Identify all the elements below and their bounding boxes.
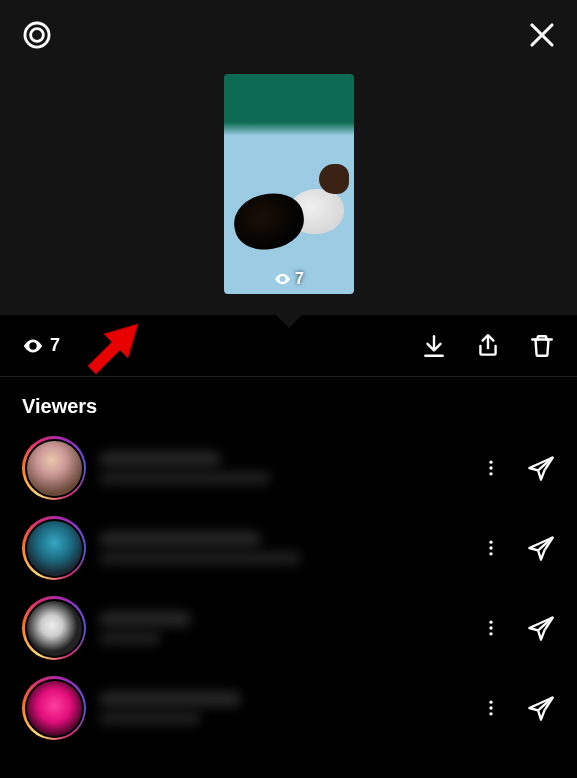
viewer-info xyxy=(100,452,467,484)
viewer-info xyxy=(100,612,467,644)
more-vertical-icon xyxy=(481,458,501,478)
preview-pointer-notch xyxy=(275,314,303,328)
avatar-story-ring[interactable] xyxy=(22,596,86,660)
avatar xyxy=(25,519,84,578)
settings-button[interactable] xyxy=(20,18,54,52)
share-button[interactable] xyxy=(475,333,501,359)
viewer-username xyxy=(100,532,260,546)
view-count[interactable]: 7 xyxy=(22,335,60,357)
thumbnail-view-count-value: 7 xyxy=(295,270,304,288)
viewer-username xyxy=(100,452,220,466)
more-vertical-icon xyxy=(481,618,501,638)
viewer-displayname xyxy=(100,552,300,564)
avatar xyxy=(25,599,84,658)
viewer-row[interactable] xyxy=(0,588,577,668)
delete-button[interactable] xyxy=(529,333,555,359)
eye-icon xyxy=(273,270,291,288)
svg-point-9 xyxy=(489,466,492,469)
view-count-value: 7 xyxy=(50,335,60,356)
more-options-button[interactable] xyxy=(481,538,501,558)
send-message-button[interactable] xyxy=(527,454,555,482)
svg-point-18 xyxy=(489,632,492,635)
eye-icon xyxy=(22,335,44,357)
download-icon xyxy=(421,333,447,359)
svg-point-20 xyxy=(489,701,492,704)
avatar-story-ring[interactable] xyxy=(22,436,86,500)
svg-point-12 xyxy=(489,541,492,544)
viewer-row[interactable] xyxy=(0,428,577,508)
send-icon xyxy=(527,534,555,562)
svg-point-0 xyxy=(25,23,49,47)
svg-point-17 xyxy=(489,626,492,629)
send-message-button[interactable] xyxy=(527,694,555,722)
story-image-content xyxy=(234,144,344,274)
viewer-displayname xyxy=(100,472,270,484)
action-icons xyxy=(421,333,555,359)
svg-point-10 xyxy=(489,472,492,475)
avatar-story-ring[interactable] xyxy=(22,516,86,580)
more-options-button[interactable] xyxy=(481,618,501,638)
svg-point-21 xyxy=(489,706,492,709)
top-bar xyxy=(0,0,577,70)
viewer-row[interactable] xyxy=(0,508,577,588)
story-preview-area: 7 xyxy=(0,0,577,315)
send-message-button[interactable] xyxy=(527,614,555,642)
svg-point-1 xyxy=(31,29,44,42)
avatar xyxy=(25,679,84,738)
viewer-username xyxy=(100,692,240,706)
viewer-info xyxy=(100,692,467,724)
send-message-button[interactable] xyxy=(527,534,555,562)
close-button[interactable] xyxy=(527,20,557,50)
send-icon xyxy=(527,454,555,482)
viewer-displayname xyxy=(100,632,160,644)
story-thumbnail[interactable]: 7 xyxy=(224,74,354,294)
send-icon xyxy=(527,694,555,722)
more-options-button[interactable] xyxy=(481,698,501,718)
svg-point-13 xyxy=(489,546,492,549)
more-vertical-icon xyxy=(481,538,501,558)
send-icon xyxy=(527,614,555,642)
svg-point-14 xyxy=(489,552,492,555)
viewer-row[interactable] xyxy=(0,668,577,748)
svg-point-8 xyxy=(489,461,492,464)
more-options-button[interactable] xyxy=(481,458,501,478)
avatar xyxy=(25,439,84,498)
viewers-heading: Viewers xyxy=(0,377,577,428)
viewer-displayname xyxy=(100,712,200,724)
download-button[interactable] xyxy=(421,333,447,359)
viewers-list xyxy=(0,428,577,748)
trash-icon xyxy=(529,333,555,359)
svg-point-22 xyxy=(489,712,492,715)
gear-icon xyxy=(20,18,54,52)
more-vertical-icon xyxy=(481,698,501,718)
share-icon xyxy=(475,333,501,359)
thumbnail-view-count: 7 xyxy=(273,270,304,288)
close-icon xyxy=(527,20,557,50)
svg-point-16 xyxy=(489,621,492,624)
viewer-info xyxy=(100,532,467,564)
avatar-story-ring[interactable] xyxy=(22,676,86,740)
viewer-username xyxy=(100,612,190,626)
